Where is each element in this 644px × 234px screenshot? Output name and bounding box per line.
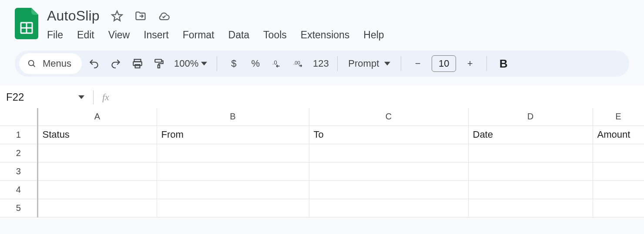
- increase-decimal-button[interactable]: .00: [289, 54, 309, 73]
- cell-c3[interactable]: [309, 162, 468, 180]
- svg-point-4: [29, 61, 34, 66]
- cell-e2[interactable]: [593, 144, 644, 162]
- cell-b4[interactable]: [157, 180, 309, 199]
- chevron-down-icon: [201, 61, 207, 66]
- cell-a2[interactable]: [37, 144, 157, 162]
- cell-a4[interactable]: [37, 180, 157, 199]
- undo-button[interactable]: [84, 54, 104, 73]
- document-title[interactable]: AutoSlip: [47, 8, 100, 24]
- cell-b1[interactable]: From: [157, 125, 309, 144]
- cell-b5[interactable]: [157, 199, 309, 217]
- formula-input[interactable]: [109, 86, 644, 108]
- svg-rect-10: [158, 65, 160, 68]
- paint-roller-icon: [154, 58, 165, 69]
- move-to-folder-icon[interactable]: [134, 10, 147, 22]
- cell-d3[interactable]: [468, 162, 593, 180]
- menu-help[interactable]: Help: [363, 27, 392, 43]
- title-row: AutoSlip: [47, 8, 398, 24]
- increase-decimal-icon: .00: [293, 58, 305, 69]
- cell-d5[interactable]: [468, 199, 593, 217]
- print-icon: [132, 58, 143, 69]
- format-currency-button[interactable]: $: [224, 54, 243, 73]
- row-header-2[interactable]: 2: [0, 144, 37, 162]
- select-all-cell[interactable]: [0, 108, 37, 125]
- print-button[interactable]: [128, 54, 147, 73]
- column-header-d[interactable]: D: [468, 108, 593, 125]
- menu-data[interactable]: Data: [228, 27, 258, 43]
- cloud-saved-icon[interactable]: [158, 10, 170, 22]
- search-menus-button[interactable]: Menus: [19, 53, 82, 74]
- star-icon[interactable]: [111, 10, 123, 22]
- decrease-font-size-button[interactable]: −: [408, 54, 427, 73]
- cell-e4[interactable]: [593, 180, 644, 199]
- toolbar-separator: [486, 56, 487, 71]
- row-header-4[interactable]: 4: [0, 180, 37, 199]
- sheet-grid: A B C D E 1 Status From To Date Amount 2: [0, 108, 644, 217]
- font-family-value: Prompt: [348, 58, 379, 69]
- svg-text:.00: .00: [293, 60, 300, 65]
- paint-format-button[interactable]: [150, 54, 169, 73]
- menu-insert[interactable]: Insert: [144, 27, 177, 43]
- svg-marker-3: [112, 11, 122, 20]
- cell-a1[interactable]: Status: [37, 125, 157, 144]
- column-header-a[interactable]: A: [37, 108, 157, 125]
- cell-e5[interactable]: [593, 199, 644, 217]
- row-header-5[interactable]: 5: [0, 199, 37, 217]
- sheets-logo[interactable]: [15, 8, 38, 39]
- font-size-group: − 10 +: [408, 54, 480, 73]
- menu-file[interactable]: File: [47, 27, 71, 43]
- column-header-b[interactable]: B: [157, 108, 309, 125]
- redo-button[interactable]: [106, 54, 125, 73]
- cell-c2[interactable]: [309, 144, 468, 162]
- cell-c5[interactable]: [309, 199, 468, 217]
- chevron-down-icon: [384, 61, 390, 66]
- cell-a3[interactable]: [37, 162, 157, 180]
- undo-icon: [88, 58, 100, 69]
- column-header-c[interactable]: C: [309, 108, 468, 125]
- toolbar-separator: [217, 56, 217, 71]
- cell-d4[interactable]: [468, 180, 593, 199]
- toolbar-separator: [337, 56, 338, 71]
- toolbar: Menus 100% $ %: [15, 51, 629, 77]
- cell-c4[interactable]: [309, 180, 468, 199]
- zoom-dropdown[interactable]: 100%: [171, 58, 210, 69]
- name-box[interactable]: F22: [6, 91, 84, 103]
- search-icon: [27, 59, 37, 68]
- cell-a5[interactable]: [37, 199, 157, 217]
- more-formats-button[interactable]: 123: [311, 54, 330, 73]
- toolbar-container: Menus 100% $ %: [0, 43, 644, 77]
- decrease-decimal-button[interactable]: .0: [268, 54, 287, 73]
- svg-line-5: [33, 65, 35, 67]
- cell-d2[interactable]: [468, 144, 593, 162]
- row-header-3[interactable]: 3: [0, 162, 37, 180]
- font-family-dropdown[interactable]: Prompt: [345, 58, 394, 69]
- cell-b2[interactable]: [157, 144, 309, 162]
- title-block: AutoSlip File Edit V: [47, 8, 398, 43]
- row-header-1[interactable]: 1: [0, 125, 37, 144]
- cell-c1[interactable]: To: [309, 125, 468, 144]
- menu-edit[interactable]: Edit: [77, 27, 102, 43]
- column-header-e[interactable]: E: [593, 108, 644, 125]
- title-bar: AutoSlip File Edit V: [0, 0, 644, 43]
- svg-text:.0: .0: [272, 59, 277, 66]
- separator: [93, 90, 94, 104]
- menu-extensions[interactable]: Extensions: [301, 27, 358, 43]
- svg-rect-9: [155, 59, 161, 62]
- cell-e1[interactable]: Amount: [593, 125, 644, 144]
- chevron-down-icon: [78, 95, 84, 99]
- increase-font-size-button[interactable]: +: [460, 54, 480, 73]
- name-box-value: F22: [6, 91, 24, 103]
- cell-e3[interactable]: [593, 162, 644, 180]
- menu-format[interactable]: Format: [183, 27, 222, 43]
- redo-icon: [110, 58, 121, 69]
- bold-button[interactable]: B: [494, 57, 513, 71]
- menus-label: Menus: [43, 58, 71, 69]
- font-size-input[interactable]: 10: [432, 55, 456, 72]
- menu-view[interactable]: View: [108, 27, 138, 43]
- cell-b3[interactable]: [157, 162, 309, 180]
- fx-icon: fx: [102, 92, 109, 103]
- cell-d1[interactable]: Date: [468, 125, 593, 144]
- menu-bar: File Edit View Insert Format Data Tools …: [47, 27, 398, 43]
- menu-tools[interactable]: Tools: [263, 27, 295, 43]
- format-percent-button[interactable]: %: [246, 54, 265, 73]
